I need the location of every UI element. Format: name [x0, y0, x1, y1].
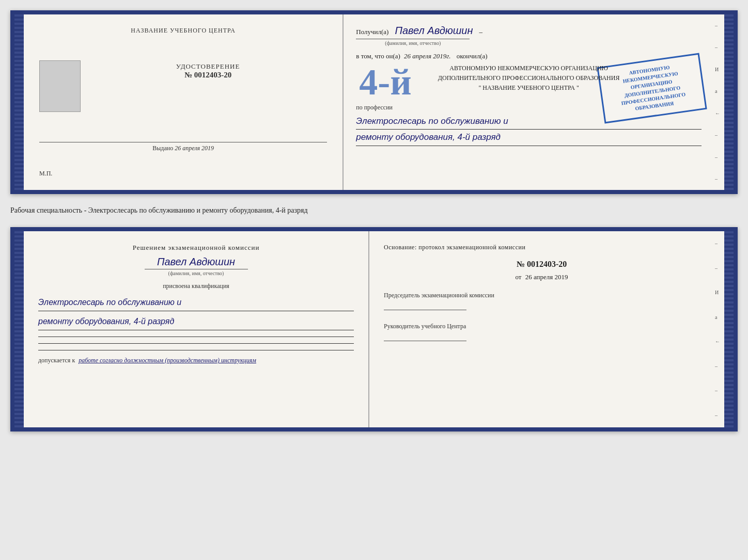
right-number: № 0012403-20 [384, 260, 699, 269]
org-line2: ДОПОЛНИТЕЛЬНОГО ПРОФЕССИОНАЛЬНОГО ОБРАЗО… [356, 73, 702, 83]
chair-sig-line [384, 310, 466, 310]
komissia-fio-label: (фамилия, имя, отчество) [145, 269, 248, 276]
okonchil-label: окончил(а) [457, 52, 488, 60]
line-sep1 [38, 337, 354, 337]
kvalif-line1: Электрослесарь по обслуживанию и [38, 294, 354, 311]
bottom-left-page: Решением экзаменационной комиссии Павел … [24, 231, 369, 427]
org-name-block: АВТОНОМНУЮ НЕКОММЕРЧЕСКУЮ ОРГАНИЗАЦИЮ ДО… [356, 63, 702, 93]
top-center-title: НАЗВАНИЕ УЧЕБНОГО ЦЕНТРА [131, 27, 236, 35]
photo-placeholder [39, 60, 81, 112]
left-spine [14, 14, 24, 190]
issued-line: Выдано 26 апреля 2019 [39, 142, 327, 152]
left-spine-bottom [14, 231, 24, 427]
rukov-sig-line [384, 341, 466, 341]
right-date: от 26 апреля 2019 [384, 273, 699, 281]
side-decoration-top: – – И а ← – – – [714, 14, 724, 190]
dopusk-value: работе согласно должностным (производств… [79, 357, 256, 364]
cert-number-block: УДОСТОВЕРЕНИЕ № 0012403-20 [176, 62, 240, 79]
komissia-name: Павел Авдюшин [38, 256, 354, 268]
profession-line2: ремонту оборудования, 4-й разряд [356, 130, 702, 146]
issued-date: 26 апреля 2019 [175, 145, 214, 152]
prisvoena-label: присвоена квалификация [38, 282, 354, 290]
line-sep2 [38, 343, 354, 344]
date-value: 26 апреля 2019 [525, 273, 568, 281]
right-spine-top [724, 14, 734, 190]
page-wrapper: НАЗВАНИЕ УЧЕБНОГО ЦЕНТРА УДОСТОВЕРЕНИЕ №… [10, 10, 738, 431]
mp-label: М.П. [39, 170, 52, 178]
issued-label: Выдано [152, 145, 173, 152]
top-left-page: НАЗВАНИЕ УЧЕБНОГО ЦЕНТРА УДОСТОВЕРЕНИЕ №… [24, 14, 344, 190]
line-sep3 [38, 350, 354, 350]
rukov-block: Руководитель учебного Центра [384, 323, 699, 341]
vtom-label: в том, что он(а) [356, 52, 400, 60]
chair-label: Председатель экзаменационной комиссии [384, 292, 699, 299]
dopusk-label: допускается к [38, 357, 75, 364]
org-line3: " НАЗВАНИЕ УЧЕБНОГО ЦЕНТРА " [356, 83, 702, 93]
chair-block: Председатель экзаменационной комиссии [384, 292, 699, 310]
vtom-block: в том, что он(а) 26 апреля 2019г. окончи… [356, 52, 702, 60]
org-line1: АВТОНОМНУЮ НЕКОММЕРЧЕСКУЮ ОРГАНИЗАЦИЮ [356, 63, 702, 73]
received-block: Получил(а) Павел Авдюшин – [356, 25, 702, 37]
recipient-name: Павел Авдюшин [395, 25, 473, 36]
side-decoration-bottom: – – И а ← – – – [714, 231, 724, 427]
vtom-date: 26 апреля 2019г. [404, 52, 450, 60]
osnov-label: Основание: протокол экзаменационной коми… [384, 244, 699, 251]
top-right-page: Получил(а) Павел Авдюшин – (фамилия, имя… [344, 14, 714, 190]
date-prefix: от [515, 273, 521, 281]
komissia-title: Решением экзаменационной комиссии [38, 244, 354, 252]
bottom-certificate: Решением экзаменационной комиссии Павел … [10, 227, 738, 431]
dopusk-block: допускается к работе согласно должностны… [38, 357, 354, 364]
separator-text: Рабочая специальность - Электрослесарь п… [10, 202, 738, 219]
cert-number: № 0012403-20 [176, 71, 240, 79]
cert-title: УДОСТОВЕРЕНИЕ [176, 62, 240, 71]
rukov-label: Руководитель учебного Центра [384, 323, 699, 330]
top-certificate: НАЗВАНИЕ УЧЕБНОГО ЦЕНТРА УДОСТОВЕРЕНИЕ №… [10, 10, 738, 194]
kvalif-line2: ремонту оборудования, 4-й разряд [38, 313, 354, 330]
fio-label-top: (фамилия, имя, отчество) [356, 39, 470, 46]
received-label: Получил(а) [356, 28, 388, 36]
dash-after-name: – [479, 28, 482, 36]
bottom-right-page: Основание: протокол экзаменационной коми… [369, 231, 714, 427]
right-spine-bottom [724, 231, 734, 427]
